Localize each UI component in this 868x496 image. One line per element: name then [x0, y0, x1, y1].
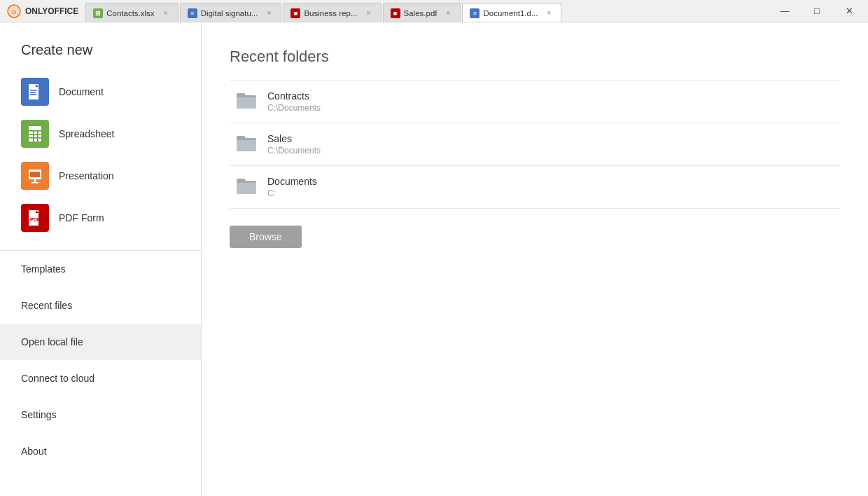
tab-close-button[interactable]: ×	[161, 8, 171, 18]
presentation-icon	[21, 162, 49, 190]
nav-item-connect_to_cloud[interactable]: Connect to cloud	[0, 360, 201, 397]
app-logo: O ONLYOFFICE	[0, 4, 85, 18]
nav-items-list: TemplatesRecent filesOpen local fileConn…	[0, 251, 201, 496]
tab-sales[interactable]: ■Sales.pdf×	[383, 3, 461, 22]
create-item-pdf_form[interactable]: PDFPDF Form	[0, 197, 201, 239]
tab-color-icon: ≡	[188, 8, 197, 18]
tab-color-icon: ■	[391, 8, 400, 18]
nav-item-settings[interactable]: Settings	[0, 397, 201, 433]
folder-item[interactable]: ContractsC:\Documents	[230, 81, 840, 123]
svg-text:PDF: PDF	[30, 217, 41, 222]
folder-name: Sales	[267, 133, 321, 144]
tab-close-button[interactable]: ×	[443, 8, 453, 18]
svg-rect-5	[30, 92, 36, 93]
folder-path: C:\Documents	[267, 146, 321, 156]
tab-label: Contacts.xlsx	[106, 9, 154, 18]
folder-info: DocumentsC:	[267, 176, 317, 198]
svg-rect-4	[30, 90, 37, 91]
tab-label: Document1.d...	[483, 9, 538, 18]
create-item-label: Presentation	[59, 170, 114, 181]
create-item-label: Spreadsheet	[59, 128, 114, 139]
tab-digital[interactable]: ≡Digital signatu...×	[180, 3, 282, 22]
create-item-presentation[interactable]: Presentation	[0, 155, 201, 197]
main-content: Recent folders ContractsC:\Documents Sal…	[202, 22, 868, 496]
svg-rect-16	[30, 172, 40, 177]
main-title: Recent folders	[230, 48, 840, 66]
tab-close-button[interactable]: ×	[544, 8, 554, 18]
svg-rect-8	[29, 130, 41, 132]
tab-color-icon: ■	[290, 8, 300, 18]
title-bar: O ONLYOFFICE ⊞Contacts.xlsx×≡Digital sig…	[0, 0, 868, 22]
tab-label: Digital signatu...	[201, 9, 258, 18]
folder-path: C:\Documents	[267, 103, 321, 113]
folder-icon	[235, 176, 258, 198]
folder-name: Contracts	[267, 90, 321, 102]
window-controls: — □ ✕	[766, 0, 868, 22]
tab-label: Sales.pdf	[404, 9, 438, 18]
nav-item-recent_files[interactable]: Recent files	[0, 287, 201, 324]
tab-business[interactable]: ■Business rep...×	[283, 3, 381, 22]
create-item-label: Document	[59, 86, 104, 97]
nav-item-open_local_file[interactable]: Open local file	[0, 324, 201, 360]
svg-rect-11	[29, 134, 41, 135]
tab-contacts[interactable]: ⊞Contacts.xlsx×	[85, 3, 178, 22]
maximize-button[interactable]: □	[801, 0, 833, 22]
tabs-area: ⊞Contacts.xlsx×≡Digital signatu...×■Busi…	[85, 0, 766, 22]
spreadsheet-icon	[21, 120, 49, 148]
browse-button[interactable]: Browse	[230, 226, 302, 248]
tab-close-button[interactable]: ×	[264, 8, 274, 18]
create-item-label: PDF Form	[59, 212, 104, 223]
app-body: Create new DocumentSpreadsheetPresentati…	[0, 22, 868, 496]
svg-rect-6	[30, 94, 36, 95]
svg-rect-12	[29, 137, 41, 139]
document-icon	[21, 78, 49, 106]
nav-item-about[interactable]: About	[0, 433, 201, 469]
onlyoffice-logo-icon: O	[7, 4, 21, 18]
tab-label: Business rep...	[304, 9, 357, 18]
folder-name: Documents	[267, 176, 317, 187]
folder-info: ContractsC:\Documents	[267, 90, 321, 113]
sidebar: Create new DocumentSpreadsheetPresentati…	[0, 22, 202, 496]
folder-icon	[235, 133, 258, 156]
close-button[interactable]: ✕	[833, 0, 865, 22]
folder-icon	[235, 90, 258, 113]
folder-path: C:	[267, 188, 317, 198]
folder-item[interactable]: SalesC:\Documents	[230, 123, 840, 166]
nav-item-templates[interactable]: Templates	[0, 251, 201, 287]
folder-item[interactable]: DocumentsC:	[230, 166, 840, 209]
create-items-list: DocumentSpreadsheetPresentationPDFPDF Fo…	[0, 71, 201, 250]
svg-rect-9	[33, 130, 34, 142]
tab-color-icon: ⊞	[93, 8, 103, 18]
create-item-document[interactable]: Document	[0, 71, 201, 113]
svg-text:O: O	[12, 9, 16, 15]
folder-list: ContractsC:\Documents SalesC:\Documents …	[230, 80, 840, 209]
logo-text: ONLYOFFICE	[25, 6, 78, 16]
folder-info: SalesC:\Documents	[267, 133, 321, 156]
svg-rect-15	[31, 182, 38, 184]
tab-color-icon: ≡	[470, 8, 479, 18]
tab-close-button[interactable]: ×	[364, 8, 374, 18]
create-new-title: Create new	[0, 22, 201, 71]
svg-rect-10	[37, 130, 38, 142]
create-item-spreadsheet[interactable]: Spreadsheet	[0, 113, 201, 155]
tab-document1[interactable]: ≡Document1.d...×	[462, 3, 561, 22]
minimize-button[interactable]: —	[769, 0, 801, 22]
pdf_form-icon: PDF	[21, 204, 49, 232]
